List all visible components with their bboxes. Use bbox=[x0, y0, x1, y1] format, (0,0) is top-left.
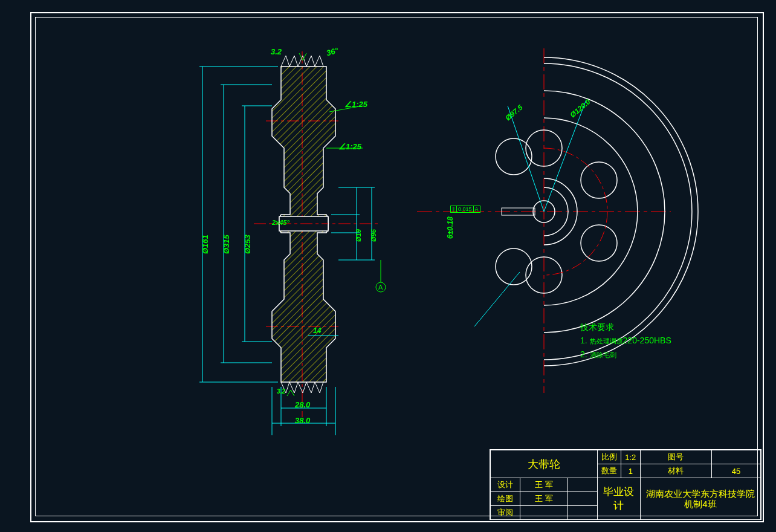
cad-canvas: A bbox=[0, 0, 776, 532]
svg-point-40 bbox=[581, 225, 617, 261]
tb-chk-l: 审阅 bbox=[491, 506, 520, 520]
tb-chk-v bbox=[520, 506, 568, 520]
note1-spec: 220-250HBS bbox=[623, 336, 671, 345]
dim-key: 6±0.18 bbox=[446, 216, 454, 239]
tb-des-l: 设计 bbox=[491, 478, 520, 492]
dim-14: 14 bbox=[313, 326, 321, 335]
tb-org: 湖南农业大学东方科技学院机制4班 bbox=[640, 478, 760, 520]
note2-prefix: 2. bbox=[580, 349, 587, 359]
tb-drw-l: 绘图 bbox=[491, 492, 520, 506]
title-block: 大带轮 比例 1:2 图号 数量 1 材料 45 设计 王 军 毕业设计 湖南农… bbox=[490, 449, 761, 520]
dim-hub: Ø96 bbox=[370, 229, 377, 242]
tb-scale-l: 比例 bbox=[598, 450, 621, 464]
tb-project: 毕业设计 bbox=[598, 478, 641, 520]
dim-chamfer: 2x45° bbox=[272, 219, 289, 226]
svg-point-43 bbox=[496, 138, 532, 175]
tb-partname: 大带轮 bbox=[491, 450, 598, 478]
tb-qty-v: 1 bbox=[621, 464, 640, 478]
tb-dwgno-l: 图号 bbox=[640, 450, 711, 464]
dim-d315: Ø315 bbox=[222, 235, 231, 254]
tb-qty-l: 数量 bbox=[598, 464, 621, 478]
gdt-value: 0.015 bbox=[457, 206, 474, 212]
note1-prefix: 1. bbox=[580, 336, 587, 345]
svg-line-44 bbox=[508, 106, 544, 212]
tb-scale-v: 1:2 bbox=[621, 450, 640, 464]
dim-taper1: ∠1:25 bbox=[344, 100, 367, 109]
tb-mat-v: 45 bbox=[711, 464, 760, 478]
dim-w38: 38.0 bbox=[295, 416, 310, 425]
tb-drw-v: 王 军 bbox=[520, 492, 568, 506]
note1-text: 热处理调质 bbox=[590, 337, 623, 345]
tb-dwgno-v bbox=[711, 450, 760, 464]
dim-sf-bot: 3.2 bbox=[277, 388, 285, 395]
notes-heading: 技术要求 bbox=[580, 320, 671, 334]
gdt-symbol: ∥ bbox=[451, 206, 457, 212]
svg-line-46 bbox=[474, 272, 520, 326]
dim-d161: Ø161 bbox=[201, 235, 210, 254]
dim-taper2: ∠1:25 bbox=[338, 142, 361, 151]
dim-bore: Ø19 bbox=[355, 229, 362, 242]
dim-d253: Ø253 bbox=[243, 235, 252, 254]
tb-des-v: 王 军 bbox=[520, 478, 568, 492]
gdt-ref: A bbox=[474, 206, 480, 212]
gdt-parallelism: ∥ 0.015 A bbox=[450, 206, 480, 213]
dim-sf-top: 3.2 bbox=[271, 47, 282, 56]
technical-notes: 技术要求 1. 热处理调质220-250HBS 2. 清除毛刺 bbox=[580, 320, 671, 362]
dim-w28: 28.0 bbox=[295, 400, 310, 409]
tb-mat-l: 材料 bbox=[640, 464, 711, 478]
svg-line-45 bbox=[544, 100, 586, 212]
note2-text: 清除毛刺 bbox=[590, 351, 616, 358]
